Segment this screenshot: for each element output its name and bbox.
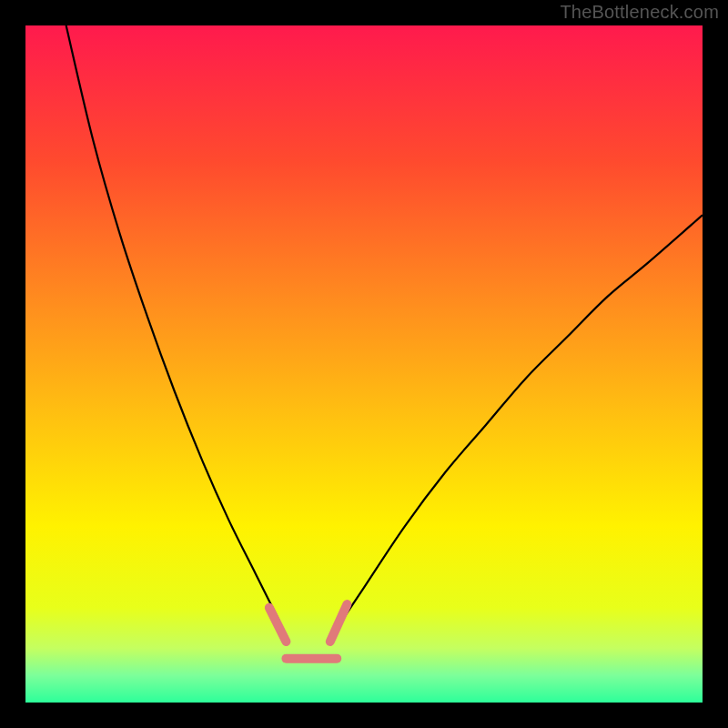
gradient-background: [25, 25, 703, 703]
plot-area: [25, 25, 703, 703]
watermark-text: TheBottleneck.com: [560, 2, 719, 23]
bottleneck-chart: [25, 25, 703, 703]
chart-frame: TheBottleneck.com: [0, 0, 728, 728]
